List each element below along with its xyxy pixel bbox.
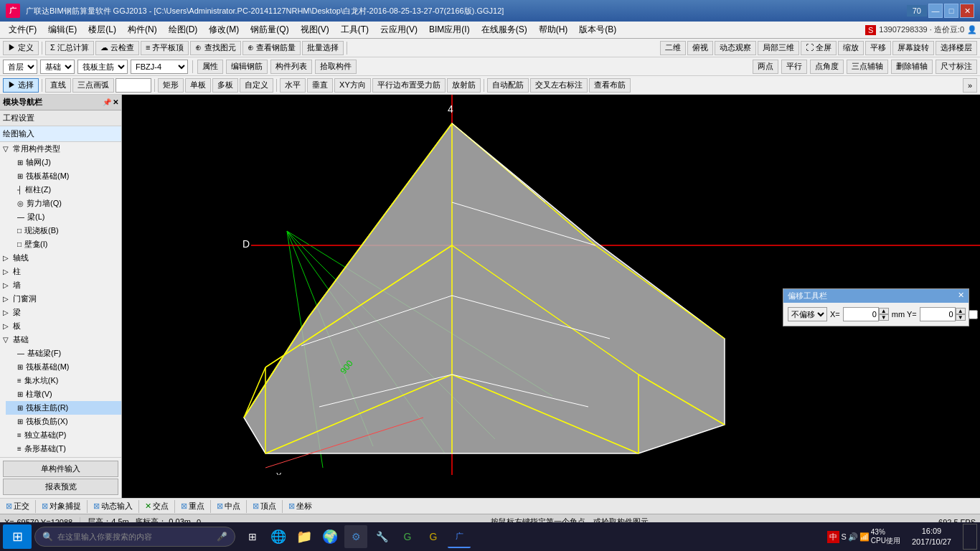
radial-tool[interactable]: 放射筋 bbox=[447, 78, 481, 93]
y-input[interactable]: 0 bbox=[920, 307, 956, 321]
menu-edit[interactable]: 编辑(E) bbox=[42, 22, 83, 37]
tree-wall[interactable]: ▷ 墙 bbox=[0, 278, 121, 292]
line-tool[interactable]: 直线 bbox=[45, 78, 71, 93]
tree-sump[interactable]: ≡ 集水坑(K) bbox=[6, 374, 121, 387]
menu-tools[interactable]: 工具(T) bbox=[335, 22, 374, 37]
x-up-button[interactable]: ▲ bbox=[879, 308, 889, 314]
tree-axis[interactable]: ▷ 轴线 bbox=[0, 251, 121, 265]
tree-col-cap[interactable]: ⊞ 柱墩(V) bbox=[6, 387, 121, 401]
rect-tool[interactable]: 矩形 bbox=[158, 78, 184, 93]
tree-beam-group[interactable]: ▷ 梁 bbox=[0, 306, 121, 319]
fullscreen-button[interactable]: ⛶ 全屏 bbox=[801, 41, 837, 55]
menu-cloud[interactable]: 云应用(V) bbox=[374, 22, 423, 37]
edit-rebar-button[interactable]: 编辑钢筋 bbox=[226, 60, 268, 74]
top-view-button[interactable]: 俯视 bbox=[687, 41, 713, 55]
snap-dynamic[interactable]: ⊠ 动态输入 bbox=[90, 501, 136, 512]
pickup-button[interactable]: 拾取构件 bbox=[315, 60, 357, 74]
report-preview-button[interactable]: 报表预览 bbox=[3, 479, 118, 495]
category-select[interactable]: 筏板主筋 bbox=[77, 60, 128, 74]
taskbar-ie-icon[interactable]: 🌐 bbox=[267, 525, 290, 548]
tree-shear-wall[interactable]: ◎ 剪力墙(Q) bbox=[6, 197, 121, 210]
vertical-tool[interactable]: 垂直 bbox=[307, 78, 333, 93]
section-draw-input[interactable]: 绘图输入 bbox=[0, 126, 121, 142]
single-component-button[interactable]: 单构件输入 bbox=[3, 461, 118, 477]
menu-view[interactable]: 视图(V) bbox=[295, 22, 335, 37]
show-desktop-button[interactable] bbox=[963, 524, 977, 550]
point-angle-button[interactable]: 点角度 bbox=[810, 60, 844, 74]
properties-button[interactable]: 属性 bbox=[197, 60, 223, 74]
snap-coord[interactable]: ⊠ 坐标 bbox=[286, 501, 315, 512]
menu-modify[interactable]: 修改(M) bbox=[203, 22, 245, 37]
draw-input[interactable] bbox=[116, 78, 151, 93]
move-select[interactable]: 不偏移 bbox=[788, 307, 827, 321]
y-down-button[interactable]: ▼ bbox=[956, 314, 966, 321]
tree-slab-group[interactable]: ▷ 板 bbox=[0, 319, 121, 333]
xy-tool[interactable]: XY方向 bbox=[334, 78, 371, 93]
taskbar-apps-icon[interactable]: ⊞ bbox=[241, 525, 264, 548]
rotate-button[interactable]: 屏幕旋转 bbox=[892, 41, 934, 55]
tree-common-types[interactable]: ▽ 常用构件类型 bbox=[0, 142, 121, 156]
batch-select-button[interactable]: 批量选择 bbox=[302, 41, 344, 55]
taskbar-app1-icon[interactable]: ⚙ bbox=[344, 525, 367, 548]
search-box[interactable]: 🔍 在这里输入你要搜索的内容 🎤 bbox=[34, 527, 235, 547]
menu-version[interactable]: 版本号(B) bbox=[573, 22, 622, 37]
tree-axis-net[interactable]: ⊞ 轴网(J) bbox=[6, 156, 121, 169]
taskbar-app3-icon[interactable]: G bbox=[396, 525, 419, 548]
2d-button[interactable]: 二维 bbox=[660, 41, 686, 55]
find-element-button[interactable]: ⊕ 查找图元 bbox=[190, 41, 240, 55]
tree-raft-found2[interactable]: ⊞ 筏板基础(M) bbox=[6, 360, 121, 374]
tree-opening[interactable]: ▷ 门窗洞 bbox=[0, 292, 121, 306]
tree-beam[interactable]: — 梁(L) bbox=[6, 210, 121, 224]
auto-rebar-tool[interactable]: 自动配筋 bbox=[487, 78, 529, 93]
menu-file[interactable]: 文件(F) bbox=[3, 22, 42, 37]
tree-foundation[interactable]: ▽ 基础 bbox=[0, 333, 121, 347]
tree-raft-neg-rebar[interactable]: ⊞ 筏板负筋(X) bbox=[6, 415, 121, 428]
menu-bim[interactable]: BIM应用(I) bbox=[423, 22, 476, 37]
calc-button[interactable]: Σ 汇总计算 bbox=[45, 41, 94, 55]
parallel-button[interactable]: 平行 bbox=[781, 60, 807, 74]
tree-cast-slab[interactable]: □ 现浇板(B) bbox=[6, 224, 121, 237]
tree-frame-col[interactable]: ┤ 框柱(Z) bbox=[6, 183, 121, 197]
nav-pin-icon[interactable]: 📌 bbox=[103, 98, 111, 106]
dynamic-view-button[interactable]: 动态观察 bbox=[715, 41, 756, 55]
component-list-button[interactable]: 构件列表 bbox=[270, 60, 312, 74]
taskbar-app2-icon[interactable]: 🔧 bbox=[370, 525, 393, 548]
taskbar-app4-icon[interactable]: G bbox=[422, 525, 445, 548]
tree-raft-found[interactable]: ⊞ 筏板基础(M) bbox=[6, 169, 121, 183]
zoom-button[interactable]: 缩放 bbox=[838, 41, 864, 55]
taskbar-ggj-icon[interactable]: 广 bbox=[448, 525, 471, 548]
multi-slab-tool[interactable]: 多板 bbox=[212, 78, 238, 93]
arc-tool[interactable]: 三点画弧 bbox=[72, 78, 114, 93]
view-rebar-tool[interactable]: 查看布筋 bbox=[589, 78, 631, 93]
code-select[interactable]: FBZJ-4 bbox=[131, 60, 188, 74]
y-up-button[interactable]: ▲ bbox=[956, 308, 966, 314]
tree-raft-main-rebar[interactable]: ⊞ 筏板主筋(R) bbox=[6, 401, 121, 415]
three-point-aux-button[interactable]: 三点辅轴 bbox=[847, 60, 888, 74]
type-select[interactable]: 基础 bbox=[40, 60, 75, 74]
level-top-button[interactable]: ≡ 齐平板顶 bbox=[141, 41, 189, 55]
snap-object[interactable]: ⊠ 对象捕捉 bbox=[39, 501, 84, 512]
horizontal-tool[interactable]: 水平 bbox=[280, 78, 306, 93]
menu-component[interactable]: 构件(N) bbox=[122, 22, 163, 37]
taskbar-browser-icon[interactable]: 🌍 bbox=[319, 525, 341, 548]
menu-floor[interactable]: 楼层(L) bbox=[83, 22, 122, 37]
define-button[interactable]: ▶ 定义 bbox=[3, 41, 39, 55]
select-tool[interactable]: ▶ 选择 bbox=[3, 78, 39, 93]
more-tools[interactable]: » bbox=[963, 78, 977, 93]
menu-draw[interactable]: 绘图(D) bbox=[163, 22, 204, 37]
rotate-checkbox[interactable] bbox=[969, 310, 978, 319]
nav-close-icon[interactable]: ✕ bbox=[113, 98, 118, 106]
close-button[interactable]: ✕ bbox=[960, 4, 974, 18]
menu-help[interactable]: 帮助(H) bbox=[533, 22, 574, 37]
view-rebar-button[interactable]: ⊕ 查看钢筋量 bbox=[242, 41, 301, 55]
snap-vertex[interactable]: ⊠ 顶点 bbox=[250, 501, 279, 512]
tree-isolated-found[interactable]: ≡ 独立基础(P) bbox=[6, 428, 121, 442]
menu-online[interactable]: 在线服务(S) bbox=[476, 22, 533, 37]
select-floor-button[interactable]: 选择楼层 bbox=[936, 41, 977, 55]
cloud-check-button[interactable]: ☁ 云检查 bbox=[95, 41, 139, 55]
partial-3d-button[interactable]: 局部三维 bbox=[758, 41, 799, 55]
maximize-button[interactable]: □ bbox=[944, 4, 958, 18]
tree-strip-found[interactable]: ≡ 条形基础(T) bbox=[6, 442, 121, 456]
minimize-button[interactable]: — bbox=[928, 4, 943, 18]
delete-aux-button[interactable]: 删除辅轴 bbox=[891, 60, 933, 74]
